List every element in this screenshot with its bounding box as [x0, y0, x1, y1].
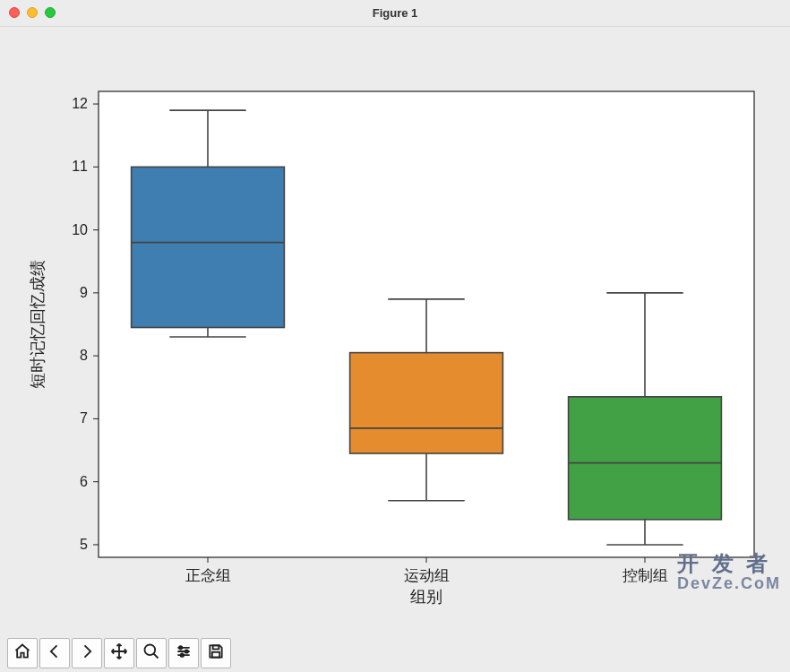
- configure-button[interactable]: [168, 638, 199, 668]
- window: Figure 1 56789101112短时记忆回忆成绩正念组运动组控制组组别 …: [0, 0, 790, 672]
- y-axis-label: 短时记忆回忆成绩: [29, 260, 47, 389]
- x-tick-label: 运动组: [404, 567, 450, 584]
- forward-button[interactable]: [72, 638, 102, 668]
- close-button[interactable]: [9, 7, 20, 18]
- arrow-right-icon: [78, 642, 96, 664]
- box-2: [569, 397, 722, 520]
- box-0: [132, 167, 285, 327]
- boxplot-chart: 56789101112短时记忆回忆成绩正念组运动组控制组组别: [0, 27, 790, 634]
- minimize-button[interactable]: [27, 7, 38, 18]
- y-tick-label: 11: [72, 159, 88, 174]
- y-tick-label: 5: [80, 537, 88, 552]
- traffic-lights: [9, 7, 56, 18]
- y-tick-label: 8: [80, 348, 88, 363]
- back-button[interactable]: [39, 638, 70, 668]
- home-button[interactable]: [7, 638, 38, 668]
- save-button[interactable]: [201, 638, 231, 668]
- pan-button[interactable]: [104, 638, 134, 668]
- svg-point-29: [181, 654, 184, 657]
- svg-point-26: [145, 645, 156, 656]
- box-1: [350, 353, 503, 453]
- svg-point-27: [179, 646, 182, 649]
- figure-area: 56789101112短时记忆回忆成绩正念组运动组控制组组别 开 发 者 Dev…: [0, 27, 790, 634]
- x-axis-label: 组别: [410, 588, 442, 606]
- y-tick-label: 6: [80, 474, 88, 489]
- zoom-button[interactable]: [136, 638, 167, 668]
- sliders-icon: [175, 642, 193, 664]
- svg-rect-30: [213, 645, 219, 649]
- y-tick-label: 7: [80, 410, 88, 426]
- svg-rect-31: [212, 652, 219, 658]
- y-tick-label: 10: [72, 222, 88, 237]
- toolbar: [0, 634, 790, 672]
- x-tick-label: 正念组: [185, 567, 231, 584]
- titlebar: Figure 1: [0, 0, 790, 27]
- home-icon: [13, 642, 31, 664]
- save-icon: [207, 642, 225, 664]
- y-tick-label: 9: [80, 285, 88, 300]
- svg-point-28: [185, 650, 188, 652]
- maximize-button[interactable]: [45, 7, 56, 18]
- y-tick-label: 12: [72, 96, 88, 111]
- arrow-left-icon: [46, 642, 64, 664]
- x-tick-label: 控制组: [623, 567, 668, 584]
- move-icon: [110, 642, 128, 664]
- search-icon: [142, 642, 160, 664]
- window-title: Figure 1: [373, 6, 418, 20]
